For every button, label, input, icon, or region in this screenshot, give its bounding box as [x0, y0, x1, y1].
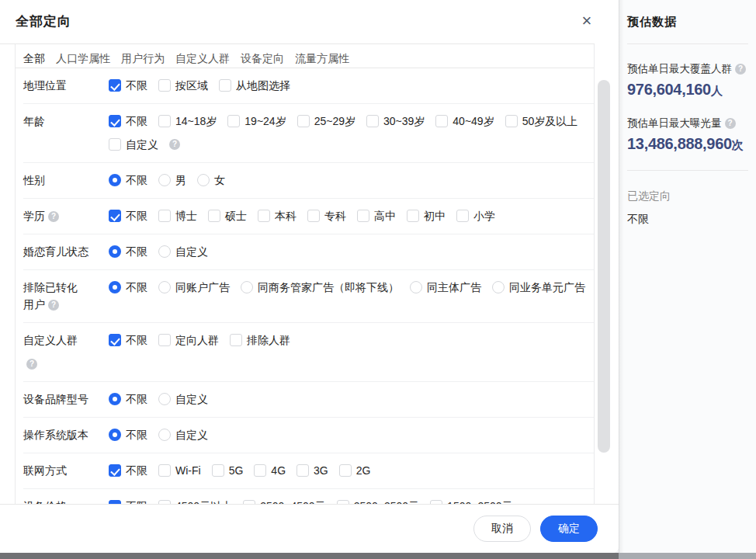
tab-5[interactable]: 流量方属性	[295, 50, 349, 67]
checkbox-checked-icon[interactable]	[109, 334, 121, 346]
checkbox-option[interactable]: 高中	[357, 207, 396, 224]
checkbox-icon[interactable]	[297, 464, 309, 477]
checkbox-icon[interactable]	[158, 79, 171, 92]
help-icon[interactable]: ?	[26, 359, 37, 370]
checkbox-option[interactable]: 排除人群	[230, 332, 290, 349]
checkbox-icon[interactable]	[407, 210, 419, 222]
checkbox-icon[interactable]	[208, 210, 220, 222]
tab-4[interactable]: 设备定向	[241, 50, 284, 67]
checkbox-icon[interactable]	[339, 464, 352, 477]
tab-0[interactable]: 全部	[23, 50, 45, 67]
checkbox-icon[interactable]	[307, 210, 320, 222]
checkbox-icon[interactable]	[230, 334, 242, 346]
checkbox-checked-icon[interactable]	[109, 210, 121, 222]
checkbox-option[interactable]: 1500~2500元	[430, 498, 512, 504]
checkbox-option[interactable]: 40~49岁	[435, 113, 494, 130]
help-icon[interactable]: ?	[735, 64, 746, 75]
tab-1[interactable]: 人口学属性	[56, 50, 110, 67]
checkbox-option[interactable]: 自定义	[109, 136, 158, 153]
checkbox-icon[interactable]	[357, 210, 369, 222]
checkbox-icon[interactable]	[158, 334, 171, 346]
radio-icon[interactable]	[158, 429, 171, 441]
radio-checked-icon[interactable]	[109, 281, 121, 293]
help-icon[interactable]: ?	[48, 211, 59, 222]
radio-option[interactable]: 同主体广告	[410, 279, 481, 296]
checkbox-icon[interactable]	[435, 115, 448, 127]
radio-icon[interactable]	[197, 174, 210, 186]
checkbox-icon[interactable]	[456, 210, 469, 222]
cancel-button[interactable]: 取消	[473, 516, 531, 542]
radio-checked-icon[interactable]	[109, 393, 121, 405]
help-icon[interactable]: ?	[725, 118, 736, 129]
radio-option[interactable]: 男	[158, 172, 186, 189]
checkbox-option[interactable]: 3500~4500元	[243, 498, 325, 504]
radio-option[interactable]: 自定义	[158, 243, 208, 260]
radio-icon[interactable]	[492, 281, 505, 293]
checkbox-option[interactable]: 4500元以上	[158, 498, 232, 504]
radio-icon[interactable]	[158, 245, 171, 258]
checkbox-icon[interactable]	[227, 115, 240, 127]
checkbox-icon[interactable]	[297, 115, 310, 127]
radio-icon[interactable]	[241, 281, 253, 293]
checkbox-icon[interactable]	[254, 464, 266, 477]
radio-checked-icon[interactable]	[109, 174, 121, 186]
checkbox-icon[interactable]	[158, 464, 171, 477]
checkbox-checked-icon[interactable]	[109, 79, 121, 92]
radio-option[interactable]: 不限	[109, 426, 147, 443]
checkbox-option[interactable]: 2500~3500元	[337, 498, 419, 504]
checkbox-checked-icon[interactable]	[109, 464, 121, 477]
scroll-area[interactable]: 全部人口学属性用户行为自定义人群设备定向流量方属性 地理位置不限按区域从地图选择…	[15, 44, 595, 504]
checkbox-option[interactable]: 4G	[254, 462, 286, 479]
tab-3[interactable]: 自定义人群	[175, 50, 230, 67]
radio-option[interactable]: 同账户广告	[158, 279, 230, 296]
help-icon[interactable]: ?	[169, 139, 180, 150]
checkbox-option[interactable]: 不限	[109, 113, 147, 130]
close-icon[interactable]: ×	[575, 9, 598, 33]
checkbox-option[interactable]: 专科	[307, 207, 346, 224]
checkbox-option[interactable]: 按区域	[158, 77, 208, 94]
radio-icon[interactable]	[410, 281, 422, 293]
radio-option[interactable]: 不限	[109, 391, 147, 408]
radio-checked-icon[interactable]	[109, 245, 121, 258]
checkbox-option[interactable]: 定向人群	[158, 332, 219, 349]
checkbox-option[interactable]: 不限	[109, 462, 147, 479]
checkbox-option[interactable]: 5G	[212, 462, 244, 479]
checkbox-option[interactable]: 博士	[158, 207, 197, 224]
checkbox-icon[interactable]	[366, 115, 379, 127]
radio-option[interactable]: 自定义	[158, 391, 208, 408]
radio-icon[interactable]	[158, 281, 171, 293]
checkbox-option[interactable]: 不限	[109, 207, 147, 224]
radio-checked-icon[interactable]	[109, 429, 121, 441]
checkbox-icon[interactable]	[505, 115, 518, 127]
checkbox-option[interactable]: 从地图选择	[219, 77, 290, 94]
radio-option[interactable]: 自定义	[158, 426, 208, 443]
checkbox-option[interactable]: 2G	[339, 462, 371, 479]
radio-option[interactable]: 不限	[109, 172, 147, 189]
checkbox-option[interactable]: 19~24岁	[227, 113, 286, 130]
checkbox-option[interactable]: 不限	[109, 77, 147, 94]
checkbox-option[interactable]: 本科	[258, 207, 297, 224]
radio-option[interactable]: 同业务单元广告	[492, 279, 585, 296]
radio-option[interactable]: 女	[197, 172, 225, 189]
checkbox-icon[interactable]	[158, 115, 171, 127]
scrollbar-thumb[interactable]	[598, 80, 610, 453]
checkbox-option[interactable]: 30~39岁	[366, 113, 425, 130]
checkbox-icon[interactable]	[212, 464, 224, 477]
checkbox-option[interactable]: 3G	[297, 462, 328, 479]
checkbox-option[interactable]: 不限	[109, 332, 147, 349]
confirm-button[interactable]: 确定	[540, 516, 598, 542]
checkbox-icon[interactable]	[258, 210, 270, 222]
checkbox-option[interactable]: Wi-Fi	[158, 462, 201, 479]
radio-icon[interactable]	[158, 174, 171, 186]
checkbox-option[interactable]: 25~29岁	[297, 113, 355, 130]
checkbox-option[interactable]: 不限	[109, 498, 147, 504]
tab-2[interactable]: 用户行为	[121, 50, 165, 67]
checkbox-icon[interactable]	[158, 210, 171, 222]
radio-icon[interactable]	[158, 393, 171, 405]
checkbox-icon[interactable]	[219, 79, 231, 92]
radio-option[interactable]: 同商务管家广告（即将下线）	[241, 279, 399, 296]
checkbox-checked-icon[interactable]	[109, 115, 121, 127]
help-icon[interactable]: ?	[48, 300, 59, 311]
radio-option[interactable]: 不限	[109, 279, 147, 296]
checkbox-option[interactable]: 50岁及以上	[505, 113, 578, 130]
